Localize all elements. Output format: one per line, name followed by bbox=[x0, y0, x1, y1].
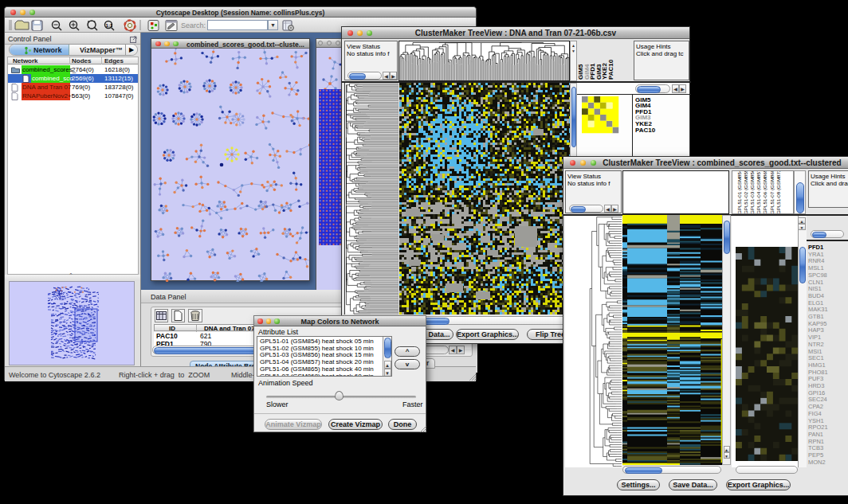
svg-text:GPL51-04 (GSM857): GPL51-04 (GSM857) bbox=[756, 171, 761, 214]
svg-text:1:1: 1:1 bbox=[106, 23, 113, 28]
svg-text:GPL51-06 (GSM865): GPL51-06 (GSM865) bbox=[762, 171, 768, 214]
svg-text:GPL51-02 (GSM855): GPL51-02 (GSM855) bbox=[743, 171, 748, 214]
svg-text:GPL51-03 (GSM856): GPL51-03 (GSM856) bbox=[749, 171, 755, 214]
svg-text:GPL51-01 (GSM854): GPL51-01 (GSM854) bbox=[736, 171, 742, 214]
svg-text:GPL51-08 (GSM872): GPL51-08 (GSM872) bbox=[775, 171, 781, 214]
svg-text:GPL51-07 (GSM868): GPL51-07 (GSM868) bbox=[769, 171, 775, 214]
svg-text:PAC10: PAC10 bbox=[607, 59, 614, 80]
